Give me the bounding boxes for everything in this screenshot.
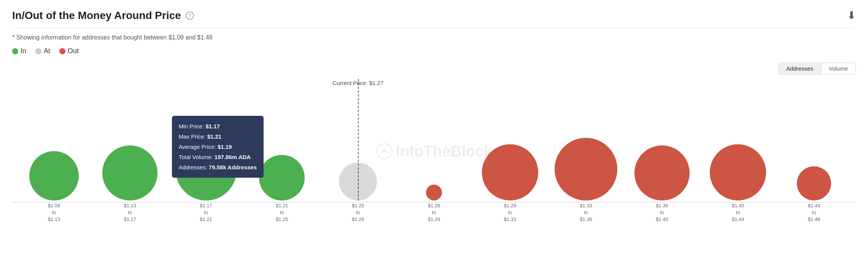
bubble-green	[176, 140, 237, 200]
bubble-col	[472, 87, 548, 200]
download-icon[interactable]: ⬇	[847, 9, 856, 22]
x-label: $1.21to$1.25	[244, 202, 320, 223]
bubble-col	[244, 87, 320, 200]
x-label: $1.17to$1.21	[168, 202, 244, 223]
legend-dot-out	[59, 48, 65, 54]
x-label: $1.36to$1.40	[624, 202, 700, 223]
toggle-buttons: Addresses Volume	[778, 63, 856, 74]
legend-in: In	[12, 47, 26, 55]
legend-dot-at	[35, 48, 41, 54]
header-divider	[12, 28, 856, 28]
bubble-red	[797, 166, 831, 200]
page-title: In/Out of the Money Around Price	[12, 9, 181, 22]
bubble-green	[259, 155, 305, 200]
controls-row: Addresses Volume	[12, 63, 856, 74]
subtitle: * Showing information for addresses that…	[12, 34, 856, 41]
legend-label-at: At	[44, 47, 50, 55]
chart-area: IntoTheBlock $1.09to$1.13$1.13to$1.17$1.…	[12, 79, 856, 223]
x-labels-row: $1.09to$1.13$1.13to$1.17$1.17to$1.21$1.2…	[12, 202, 856, 223]
bubble-green	[102, 145, 157, 200]
legend-out: Out	[59, 47, 79, 55]
legend-dot-in	[12, 48, 18, 54]
x-label: $1.25to$1.28	[320, 202, 396, 223]
bubble-col	[16, 87, 92, 200]
bubble-col	[700, 87, 776, 200]
x-label: $1.33to$1.36	[548, 202, 624, 223]
x-label: $1.40to$1.44	[700, 202, 776, 223]
legend-label-out: Out	[68, 47, 79, 55]
bubble-col	[776, 87, 852, 200]
bubble-col	[548, 87, 624, 200]
help-icon[interactable]: ?	[186, 11, 194, 20]
bubble-col	[396, 87, 472, 200]
bubble-red	[482, 144, 538, 200]
x-label: $1.09to$1.13	[16, 202, 92, 223]
bubble-col	[168, 87, 244, 200]
x-label: $1.44to$1.48	[776, 202, 852, 223]
toggle-addresses-button[interactable]: Addresses	[779, 63, 821, 74]
bubbles-row	[12, 87, 856, 200]
bubble-red	[710, 144, 766, 200]
bubble-red	[634, 145, 690, 200]
bubble-col	[624, 87, 700, 200]
x-label: $1.29to$1.33	[472, 202, 548, 223]
x-label: $1.28to$1.29	[396, 202, 472, 223]
toggle-volume-button[interactable]: Volume	[821, 63, 855, 74]
current-price-line	[358, 79, 359, 200]
x-label: $1.13to$1.17	[92, 202, 168, 223]
header-row: In/Out of the Money Around Price ? ⬇	[12, 9, 856, 22]
legend-at: At	[35, 47, 50, 55]
bubble-green	[29, 151, 79, 200]
bubble-red	[555, 138, 617, 200]
page-container: In/Out of the Money Around Price ? ⬇ * S…	[0, 0, 868, 232]
legend: In At Out	[12, 47, 856, 55]
header-left: In/Out of the Money Around Price ?	[12, 9, 194, 22]
current-price-label: Current Price: $1.27	[332, 80, 383, 86]
bubble-red	[426, 185, 442, 200]
legend-label-in: In	[21, 47, 26, 55]
bubble-col	[92, 87, 168, 200]
